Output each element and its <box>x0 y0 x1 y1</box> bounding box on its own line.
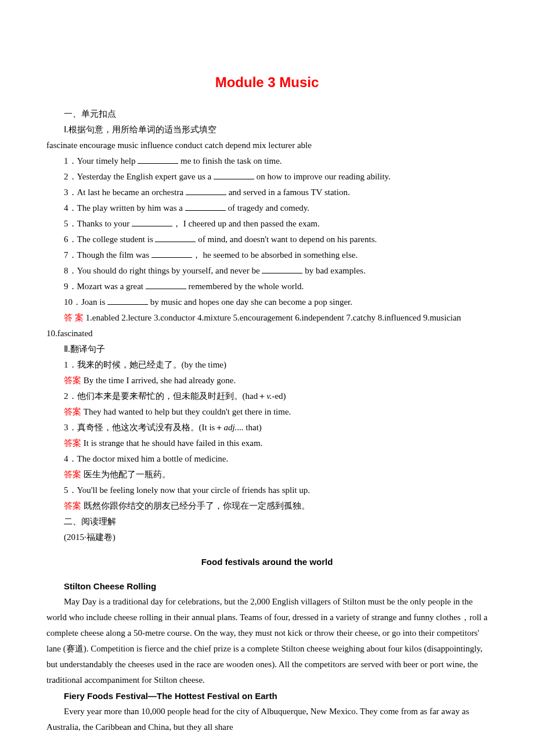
s2-a5-text: 既然你跟你结交的朋友已经分手了，你现在一定感到孤独。 <box>81 501 310 510</box>
q4-b: of tragedy and comedy. <box>226 203 309 213</box>
passage-sub2: Fiery Foods Festival—The Hottest Festiva… <box>46 688 488 704</box>
s2-a3-label: 答案 <box>64 438 81 448</box>
s2-q2: 2．他们本来是要来帮忙的，但未能及时赶到。(had＋v.-ed) <box>46 388 488 404</box>
blank-7 <box>151 249 192 258</box>
q1-b: me to finish the task on time. <box>178 156 282 165</box>
blank-4 <box>185 201 226 211</box>
s2-q5: 5．You'll be feeling lonely now that your… <box>46 483 488 498</box>
q7-a: 7．Though the film was <box>64 250 151 260</box>
s2-a1-text: By the time I arrived, she had already g… <box>81 376 236 385</box>
q5: 5．Thanks to your ， I cheered up and then… <box>46 216 488 232</box>
s2-q3-end: ... that) <box>237 423 262 432</box>
section1-heading: 一、单元扣点 <box>46 106 488 122</box>
q3: 3．At last he became an orchestra and ser… <box>46 185 488 200</box>
s2-a4: 答案 医生为他配了一瓶药。 <box>46 467 488 483</box>
q2: 2．Yesterday the English expert gave us a… <box>46 169 488 185</box>
q8: 8．You should do right things by yourself… <box>46 263 488 279</box>
section3-source: (2015·福建卷) <box>46 530 488 545</box>
blank-5 <box>132 217 172 226</box>
s2-a2-text: They had wanted to help but they couldn'… <box>81 407 291 416</box>
s2-a3: 答案 It is strange that he should have fai… <box>46 435 488 451</box>
section1-answers: 答 案 1.enabled 2.lecture 3.conductor 4.mi… <box>46 310 488 341</box>
q5-a: 5．Thanks to your <box>64 219 132 228</box>
s2-a5: 答案 既然你跟你结交的朋友已经分手了，你现在一定感到孤独。 <box>46 498 488 514</box>
q5-b: ， I cheered up and then passed the exam. <box>172 219 320 228</box>
s2-q2-end: -ed) <box>272 391 286 401</box>
s2-a1: 答案 By the time I arrived, she had alread… <box>46 373 488 388</box>
s2-q4: 4．The doctor mixed him a bottle of medic… <box>46 451 488 467</box>
q1: 1．Your timely help me to finish the task… <box>46 153 488 169</box>
blank-1 <box>138 154 178 164</box>
q6-b: of mind, and doesn't want to depend on h… <box>196 235 377 244</box>
section3-heading: 二、阅读理解 <box>46 514 488 530</box>
section1-sub1: Ⅰ.根据句意，用所给单词的适当形式填空 <box>46 122 488 138</box>
q8-a: 8．You should do right things by yourself… <box>64 266 262 275</box>
module-title: Module 3 Music <box>46 70 488 95</box>
s2-a2-label: 答案 <box>64 407 81 416</box>
passage-p1: May Day is a traditional day for celebra… <box>46 594 488 688</box>
passage-sub1: Stilton Cheese Rolling <box>46 578 488 594</box>
word-bank: fascinate encourage music influence cond… <box>46 138 488 153</box>
q9-a: 9．Mozart was a great <box>64 282 146 291</box>
s2-q3-it: adj. <box>223 423 237 432</box>
q9-b: remembered by the whole world. <box>186 282 304 291</box>
q3-b: and served in a famous TV station. <box>226 188 350 197</box>
s2-a1-label: 答案 <box>64 376 81 385</box>
blank-2 <box>214 170 254 179</box>
blank-8 <box>262 264 302 273</box>
s2-q1: 1．我来的时候，她已经走了。(by the time) <box>46 357 488 373</box>
s2-q3a: 3．真奇怪，他这次考试没有及格。(It is＋ <box>64 423 223 432</box>
q6-a: 6．The college student is <box>64 235 155 244</box>
q3-a: 3．At last he became an orchestra <box>64 188 186 197</box>
s2-q2a: 2．他们本来是要来帮忙的，但未能及时赶到。(had＋ <box>64 391 266 401</box>
q2-b: on how to improve our reading ability. <box>254 172 391 181</box>
q9: 9．Mozart was a great remembered by the w… <box>46 279 488 294</box>
s2-a3-text: It is strange that he should have failed… <box>81 438 262 448</box>
blank-3 <box>186 186 226 195</box>
answers-label: 答 案 <box>64 313 84 322</box>
answers-text: 1.enabled 2.lecture 3.conductor 4.mixtur… <box>46 313 461 338</box>
s2-a4-text: 医生为他配了一瓶药。 <box>81 470 171 479</box>
q7-b: ， he seemed to be absorbed in something … <box>192 250 358 260</box>
q6: 6．The college student is of mind, and do… <box>46 232 488 247</box>
q7: 7．Though the film was ， he seemed to be … <box>46 247 488 263</box>
q10: 10．Joan is by music and hopes one day sh… <box>46 294 488 310</box>
passage-p2: Every year more than 10,000 people head … <box>46 704 488 735</box>
s2-a4-label: 答案 <box>64 470 81 479</box>
q4-a: 4．The play written by him was a <box>64 203 185 213</box>
q10-a: 10．Joan is <box>64 297 107 307</box>
q2-a: 2．Yesterday the English expert gave us a <box>64 172 214 181</box>
q10-b: by music and hopes one day she can becom… <box>148 297 352 307</box>
q4: 4．The play written by him was a of trage… <box>46 200 488 216</box>
passage-title: Food festivals around the world <box>46 554 488 570</box>
s2-a5-label: 答案 <box>64 501 81 510</box>
section2-sub: Ⅱ.翻译句子 <box>46 341 488 357</box>
s2-a2: 答案 They had wanted to help but they coul… <box>46 404 488 420</box>
blank-9 <box>146 280 186 289</box>
q1-a: 1．Your timely help <box>64 156 138 165</box>
q8-b: by bad examples. <box>302 266 365 275</box>
s2-q3: 3．真奇怪，他这次考试没有及格。(It is＋adj.... that) <box>46 420 488 435</box>
blank-10 <box>107 296 148 305</box>
blank-6 <box>155 233 196 242</box>
